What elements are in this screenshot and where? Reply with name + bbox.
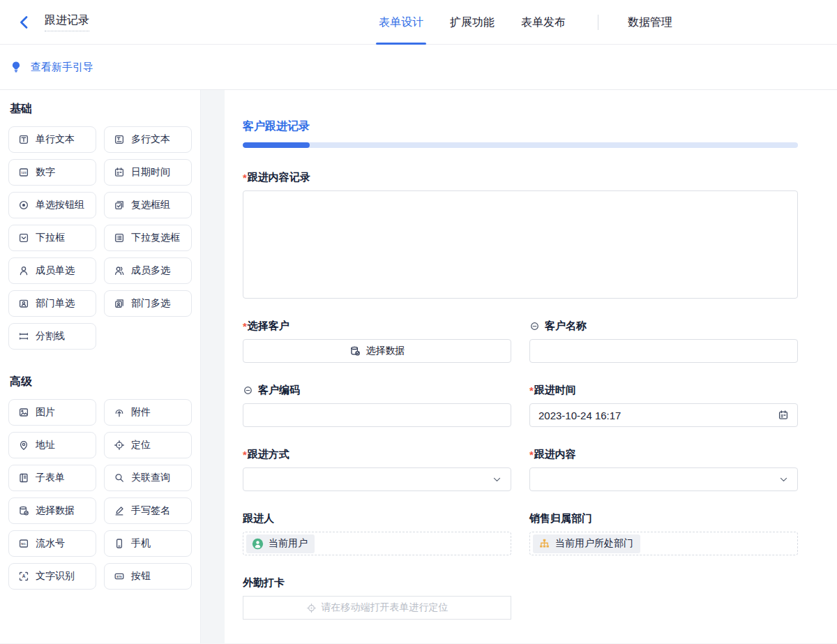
view-beginner-guide-link[interactable]: 查看新手引导 — [31, 61, 93, 74]
field-label: *跟进内容记录 — [243, 171, 798, 184]
field-label: 客户编码 — [243, 384, 511, 397]
sidebar-item-dept-multi[interactable]: 部门多选 — [104, 290, 192, 317]
user-circle-icon — [252, 538, 264, 550]
field-label-text: 销售归属部门 — [529, 512, 592, 525]
field-label-text: 跟进时间 — [534, 384, 576, 397]
select-data-icon — [18, 505, 29, 516]
sidebar-section-title: 高级 — [10, 375, 192, 389]
sidebar-item-image[interactable]: 图片 — [8, 399, 96, 426]
org-chart-icon — [538, 538, 550, 550]
form-card-title[interactable]: 客户跟进记录 — [243, 119, 798, 134]
form-design-canvas: 客户跟进记录 *跟进内容记录*选择客户选择数据客户名称客户编码*跟进时间2023… — [225, 90, 837, 643]
select-data-button[interactable]: 选择数据 — [243, 339, 511, 363]
sidebar-item-button[interactable]: BTN按钮 — [104, 563, 192, 590]
required-asterisk: * — [243, 172, 247, 184]
sidebar-item-datetime[interactable]: 日期时间 — [104, 159, 192, 186]
dropdown-input[interactable] — [243, 467, 511, 491]
field-label-text: 跟进内容 — [534, 448, 576, 461]
sidebar-item-signature[interactable]: 手写签名 — [104, 497, 192, 524]
sidebar-item-member-multi[interactable]: 成员多选 — [104, 257, 192, 284]
form-field: *跟进内容 — [529, 448, 798, 491]
sidebar-item-label: 部门多选 — [131, 297, 170, 310]
tab-1[interactable]: 表单设计 — [379, 0, 423, 45]
sidebar-item-text-single[interactable]: 单行文本 — [8, 126, 96, 153]
datetime-value: 2023-10-24 16:17 — [538, 410, 778, 421]
geolocation-placeholder: 请在移动端打开表单进行定位 — [322, 601, 448, 614]
sidebar-item-serial-number[interactable]: NO.流水号 — [8, 530, 96, 557]
form-field: 外勤打卡请在移动端打开表单进行定位 — [243, 576, 511, 620]
member-field[interactable]: 当前用户 — [243, 532, 511, 555]
svg-text:A: A — [22, 574, 26, 578]
sidebar-item-label: 附件 — [131, 406, 151, 419]
tab-4[interactable]: 数据管理 — [628, 0, 672, 45]
text-input[interactable] — [243, 403, 511, 427]
sidebar-item-label: 关联查询 — [131, 472, 170, 484]
sidebar-canvas-gutter — [201, 90, 225, 643]
default-value-tag: 当前用户所处部门 — [533, 534, 640, 553]
sidebar-item-label: 部门单选 — [36, 297, 75, 310]
member-field[interactable]: 当前用户所处部门 — [529, 532, 798, 555]
field-label-text: 跟进方式 — [248, 448, 289, 461]
back-icon[interactable] — [17, 15, 32, 30]
datetime-icon — [114, 167, 125, 178]
sidebar-item-dept-single[interactable]: 部门单选 — [8, 290, 96, 317]
sidebar-item-phone[interactable]: 手机 — [104, 530, 192, 557]
sidebar-item-label: 日期时间 — [131, 166, 170, 179]
form-field: 客户名称 — [529, 320, 798, 363]
sidebar-item-label: 手机 — [131, 537, 151, 550]
sidebar-item-dropdown-multi[interactable]: 下拉复选框 — [104, 225, 192, 251]
form-field: 销售归属部门当前用户所处部门 — [529, 512, 798, 555]
sidebar-item-label: 图片 — [36, 406, 55, 419]
sidebar-item-checkbox-group[interactable]: 复选框组 — [104, 192, 192, 218]
sidebar-item-label: 多行文本 — [131, 133, 170, 146]
field-label-text: 选择客户 — [248, 320, 289, 333]
number-icon: 123 — [18, 167, 29, 178]
sidebar-item-label: 文字识别 — [36, 570, 75, 583]
tab-2[interactable]: 扩展功能 — [450, 0, 495, 45]
link-icon — [243, 385, 253, 396]
sidebar-item-dropdown[interactable]: 下拉框 — [8, 225, 96, 251]
sidebar-item-label: 分割线 — [36, 330, 65, 343]
form-name-title[interactable]: 跟进记录 — [45, 13, 89, 31]
checkbox-group-icon — [114, 200, 125, 211]
form-field: *跟进方式 — [243, 448, 511, 491]
sidebar-item-number[interactable]: 123数字 — [8, 159, 96, 186]
sidebar-item-label: 数字 — [36, 166, 55, 179]
member-multi-icon — [114, 265, 125, 276]
datetime-input[interactable]: 2023-10-24 16:17 — [529, 403, 798, 427]
bulb-icon — [10, 61, 22, 73]
form-field: 跟进人当前用户 — [243, 512, 511, 555]
textarea-input[interactable] — [243, 190, 798, 299]
sidebar-item-label: 成员单选 — [36, 264, 75, 277]
attachment-icon — [114, 407, 125, 418]
text-input[interactable] — [529, 339, 798, 363]
sidebar-item-lookup[interactable]: 关联查询 — [104, 465, 192, 491]
sidebar-item-subform[interactable]: 子表单 — [8, 465, 96, 491]
tab-divider — [598, 15, 598, 30]
signature-icon — [114, 505, 125, 516]
required-asterisk: * — [529, 384, 534, 396]
field-label: *选择客户 — [243, 320, 511, 333]
sidebar-item-attachment[interactable]: 附件 — [104, 399, 192, 426]
sidebar-item-select-data[interactable]: 选择数据 — [8, 497, 96, 524]
dropdown-input[interactable] — [529, 467, 798, 491]
tab-3[interactable]: 表单发布 — [521, 0, 566, 45]
sidebar-item-label: 单行文本 — [36, 133, 75, 146]
geolocation-field[interactable]: 请在移动端打开表单进行定位 — [243, 596, 511, 620]
sidebar-item-address[interactable]: 地址 — [8, 432, 96, 458]
link-icon — [529, 321, 540, 331]
sidebar-item-text-multi[interactable]: 多行文本 — [104, 126, 192, 153]
form-field: *跟进内容记录 — [243, 171, 798, 299]
default-value-tag: 当前用户 — [246, 534, 315, 553]
component-sidebar: 基础单行文本多行文本123数字日期时间单选按钮组复选框组下拉框下拉复选框成员单选… — [0, 90, 201, 643]
svg-text:BTN: BTN — [116, 576, 122, 578]
sidebar-item-member-single[interactable]: 成员单选 — [8, 257, 96, 284]
field-label-text: 客户编码 — [258, 384, 300, 397]
dept-single-icon — [18, 298, 29, 309]
sidebar-item-ocr[interactable]: A文字识别 — [8, 563, 96, 590]
crosshair-icon — [306, 603, 317, 613]
sidebar-item-radio-group[interactable]: 单选按钮组 — [8, 192, 96, 218]
sidebar-item-divider-line[interactable]: 分割线 — [8, 323, 96, 350]
tag-label: 当前用户 — [269, 537, 308, 550]
sidebar-item-locate[interactable]: 定位 — [104, 432, 192, 458]
